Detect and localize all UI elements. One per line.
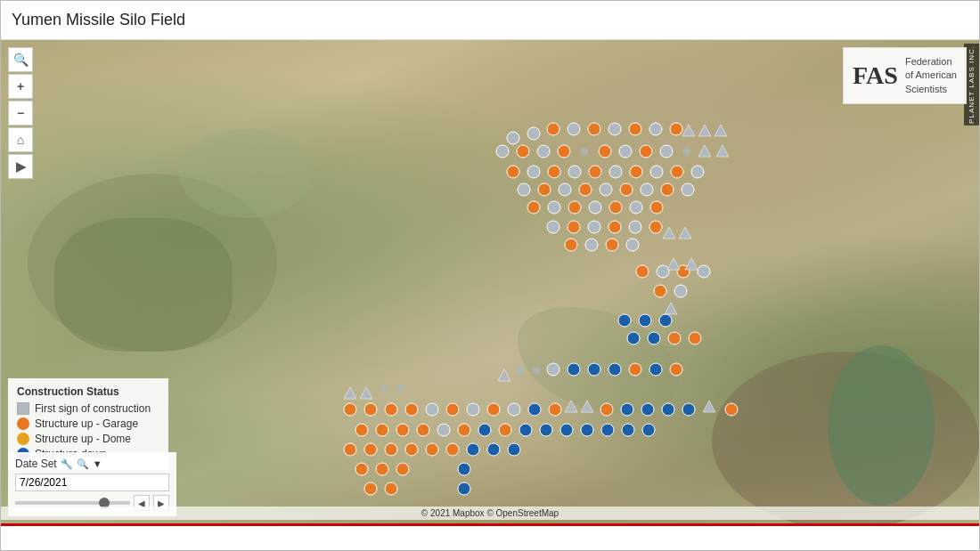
fas-acronym: FAS — [853, 61, 898, 90]
legend-color-dome — [17, 433, 29, 445]
fas-logo: FAS Federation of American Scientists — [843, 47, 967, 104]
zoom-out-button[interactable]: − — [8, 101, 33, 126]
fas-full-name: Federation of American Scientists — [905, 55, 957, 96]
legend-item-first: First sign of construction — [17, 402, 159, 415]
app-container: Yumen Missile Silo Field PLANET LABS INC… — [0, 0, 980, 551]
date-label-row: Date Set 🔧 🔍 ▼ — [15, 458, 169, 470]
fas-line3: Scientists — [905, 84, 947, 94]
legend-title: Construction Status — [17, 385, 159, 398]
date-slider[interactable] — [15, 501, 130, 505]
fas-line2: of American — [905, 69, 957, 80]
date-tool-icon: 🔧 — [61, 458, 73, 470]
legend-label-garage: Structure up - Garage — [35, 417, 138, 430]
map-area[interactable]: PLANET LABS INC. FAS Federation of Ameri… — [1, 40, 979, 523]
page-title: Yumen Missile Silo Field — [12, 11, 185, 29]
date-search-icon: 🔍 — [77, 458, 89, 470]
zoom-in-button[interactable]: + — [8, 74, 33, 99]
fas-line1: Federation — [905, 56, 952, 67]
attribution: © 2021 Mapbox © OpenStreetMap — [1, 506, 979, 520]
cnn-bar — [1, 523, 979, 550]
legend-item-dome: Structure up - Dome — [17, 433, 159, 445]
forward-button[interactable]: ▶ — [8, 154, 33, 179]
legend-color-first — [17, 402, 29, 415]
date-set-label: Date Set — [15, 458, 57, 470]
date-dropdown-icon[interactable]: ▼ — [93, 458, 102, 469]
map-controls: 🔍 + − ⌂ ▶ — [8, 47, 33, 179]
legend-color-garage — [17, 417, 29, 430]
search-button[interactable]: 🔍 — [8, 47, 33, 72]
home-button[interactable]: ⌂ — [8, 127, 33, 152]
legend-label-first: First sign of construction — [35, 402, 151, 415]
title-bar: Yumen Missile Silo Field — [1, 1, 979, 40]
legend-label-dome: Structure up - Dome — [35, 433, 131, 445]
legend-item-garage: Structure up - Garage — [17, 417, 159, 430]
date-input[interactable]: 7/26/2021 — [15, 474, 169, 491]
